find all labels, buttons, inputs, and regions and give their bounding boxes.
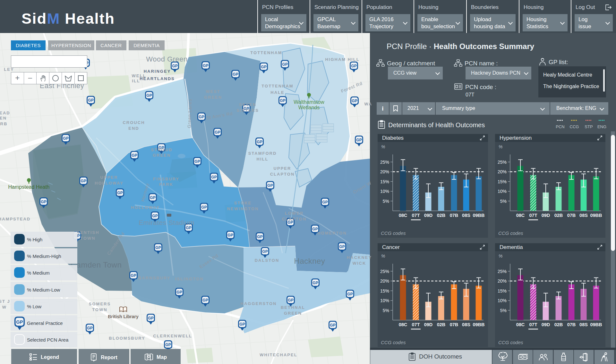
svg-text:07T: 07T — [412, 213, 420, 218]
svg-text:25%: 25% — [380, 269, 389, 274]
svg-text:15%: 15% — [380, 288, 389, 294]
svg-text:02B: 02B — [554, 322, 563, 327]
svg-text:08S: 08S — [462, 213, 470, 218]
svg-text:10%: 10% — [498, 189, 507, 194]
svg-text:%: % — [381, 253, 385, 259]
svg-text:5%: 5% — [500, 199, 507, 204]
svg-text:10%: 10% — [380, 298, 389, 303]
svg-text:07B: 07B — [450, 213, 458, 218]
svg-text:5%: 5% — [383, 308, 389, 313]
svg-text:02B: 02B — [554, 213, 563, 218]
svg-text:09BB: 09BB — [590, 213, 602, 218]
svg-text:25%: 25% — [380, 160, 389, 165]
svg-text:09D: 09D — [542, 213, 550, 218]
svg-text:09D: 09D — [424, 213, 433, 218]
svg-text:02B: 02B — [437, 213, 446, 218]
svg-text:%: % — [499, 253, 502, 259]
svg-text:20%: 20% — [498, 169, 507, 174]
svg-text:09BB: 09BB — [590, 322, 602, 327]
svg-text:5%: 5% — [500, 308, 507, 313]
svg-text:07T: 07T — [529, 213, 537, 218]
svg-text:10%: 10% — [498, 298, 507, 303]
svg-text:20%: 20% — [380, 169, 389, 174]
svg-text:%: % — [381, 144, 385, 149]
svg-text:10%: 10% — [380, 189, 389, 194]
svg-text:02B: 02B — [437, 322, 446, 327]
svg-text:5%: 5% — [383, 199, 389, 204]
svg-text:09D: 09D — [424, 322, 433, 327]
svg-text:07T: 07T — [529, 322, 537, 327]
svg-text:15%: 15% — [498, 288, 507, 294]
svg-text:25%: 25% — [498, 269, 507, 274]
svg-text:07B: 07B — [450, 322, 458, 327]
svg-text:20%: 20% — [380, 278, 389, 284]
svg-text:08S: 08S — [579, 213, 588, 218]
svg-text:08S: 08S — [462, 322, 470, 327]
svg-text:08S: 08S — [579, 322, 588, 327]
svg-text:15%: 15% — [380, 179, 389, 184]
svg-text:%: % — [499, 144, 502, 149]
svg-text:07B: 07B — [567, 213, 576, 218]
svg-text:08C: 08C — [399, 213, 407, 218]
svg-text:08C: 08C — [516, 322, 525, 327]
svg-text:GP: GP — [16, 319, 23, 325]
svg-text:09BB: 09BB — [473, 322, 484, 327]
svg-text:09D: 09D — [542, 322, 550, 327]
svg-text:25%: 25% — [498, 160, 507, 165]
svg-text:07B: 07B — [567, 322, 576, 327]
svg-text:09BB: 09BB — [473, 213, 484, 218]
svg-text:08C: 08C — [516, 213, 525, 218]
svg-text:20%: 20% — [498, 278, 507, 284]
svg-text:07T: 07T — [412, 322, 420, 327]
svg-text:08C: 08C — [399, 322, 407, 327]
svg-text:15%: 15% — [498, 179, 507, 184]
